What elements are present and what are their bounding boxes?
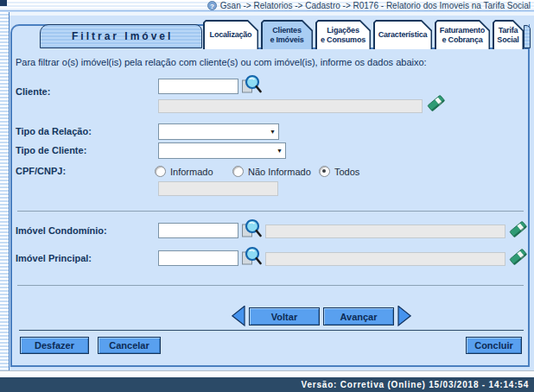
cpf-cnpj-radio-todos-group: Todos	[319, 166, 359, 177]
tab-end-cap	[524, 25, 531, 48]
imovel-principal-search-icon[interactable]	[241, 246, 262, 267]
instruction-text: Para filtrar o(s) imóvel(is) pela relaçã…	[16, 57, 524, 67]
tab-faturamento-e-cobranca[interactable]: Faturamentoe Cobrança	[435, 20, 490, 49]
imovel-condominio-label: Imóvel Condomínio:	[16, 225, 107, 236]
concluir-button[interactable]: Concluir	[466, 337, 522, 354]
breadcrumb-bar: ? Gsan -> Relatorios -> Cadastro -> R017…	[0, 0, 534, 11]
tipo-cliente-select[interactable]: ▼	[158, 142, 286, 159]
imovel-condominio-nome-field	[265, 224, 505, 238]
cliente-search-icon[interactable]	[241, 74, 262, 95]
voltar-button[interactable]: Voltar	[249, 307, 320, 326]
imovel-principal-label: Imóvel Principal:	[16, 253, 92, 263]
gsan-window: ? Gsan -> Relatorios -> Cadastro -> R017…	[0, 0, 534, 392]
imovel-principal-input[interactable]	[158, 250, 238, 266]
footer-divider	[19, 330, 524, 331]
desfazer-button[interactable]: Desfazer	[20, 337, 89, 354]
cpf-cnpj-radio-informado-group: Informado	[155, 166, 213, 177]
corner-decoration	[0, 0, 7, 6]
radio-nao-informado-label: Não Informado	[248, 167, 311, 177]
imovel-condominio-erase-icon[interactable]	[509, 218, 529, 238]
tipo-relacao-label: Tipo da Relação:	[16, 126, 92, 136]
tab-clientes-e-imoveis[interactable]: Clientese Imóveis	[261, 20, 313, 49]
chevron-down-icon: ▼	[270, 129, 276, 135]
tab-tarifa-social[interactable]: TarifaSocial	[493, 20, 524, 49]
cliente-nome-field	[158, 99, 423, 113]
cpf-cnpj-radio-nao-informado-group: Não Informado	[232, 166, 311, 177]
page-title: Filtrar Imóvel	[40, 24, 202, 48]
help-icon[interactable]: ?	[207, 1, 217, 10]
breadcrumb: Gsan -> Relatorios -> Cadastro -> R0176 …	[220, 1, 531, 10]
tipo-relacao-select[interactable]: ▼	[158, 123, 279, 140]
version-text: Versão: Corretiva (Online) 15/03/2018 - …	[301, 380, 529, 389]
left-menu-rail[interactable]	[0, 12, 10, 370]
radio-todos-label: Todos	[334, 167, 359, 177]
status-gap	[0, 370, 534, 377]
cliente-erase-icon[interactable]	[427, 92, 447, 112]
imovel-condominio-search-icon[interactable]	[241, 218, 262, 239]
forward-arrow-icon[interactable]	[397, 306, 411, 326]
tab-caracteristica[interactable]: Característica	[373, 20, 432, 49]
cliente-label: Cliente:	[16, 86, 50, 97]
cliente-codigo-input[interactable]	[158, 79, 238, 94]
imovel-condominio-input[interactable]	[158, 223, 238, 238]
cancelar-button[interactable]: Cancelar	[98, 337, 161, 354]
avancar-button[interactable]: Avançar	[323, 307, 394, 326]
imovel-principal-nome-field	[265, 252, 505, 266]
section-divider	[17, 285, 524, 286]
tipo-cliente-label: Tipo de Cliente:	[16, 145, 86, 155]
topbar-under-strip	[0, 12, 534, 16]
chevron-down-icon: ▼	[277, 148, 283, 154]
radio-informado-label: Informado	[170, 167, 213, 177]
version-status-bar: Versão: Corretiva (Online) 15/03/2018 - …	[0, 377, 534, 392]
radio-informado[interactable]	[155, 166, 166, 177]
radio-nao-informado[interactable]	[232, 166, 244, 177]
imovel-principal-erase-icon[interactable]	[509, 245, 529, 266]
cpf-cnpj-input	[158, 181, 278, 196]
tab-ligacoes-e-consumos[interactable]: Ligaçõese Consumos	[315, 20, 371, 49]
tab-localizacao[interactable]: Localização	[203, 20, 258, 49]
section-divider	[17, 211, 524, 212]
radio-todos[interactable]	[319, 166, 330, 177]
tab-bar: Localização Clientese Imóveis Ligaçõese …	[203, 20, 524, 49]
cpf-cnpj-label: CPF/CNPJ:	[16, 166, 66, 176]
back-arrow-icon[interactable]	[232, 306, 245, 326]
